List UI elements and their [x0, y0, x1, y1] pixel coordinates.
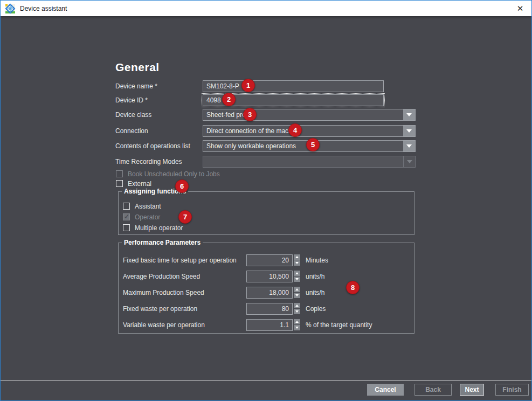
annotation-badge-2: 2 [222, 93, 236, 106]
connection-value: Direct connection of the machine [206, 126, 301, 136]
spin-down-icon[interactable] [294, 325, 300, 330]
variable-waste-input[interactable] [246, 319, 293, 331]
external-label: External [128, 180, 151, 188]
page-title: General [115, 61, 160, 74]
spin-up-icon[interactable] [294, 303, 300, 308]
operator-checkbox [123, 213, 130, 220]
chevron-down-icon[interactable] [403, 126, 415, 136]
book-unscheduled-row: Book Unscheduled Only to Jobs [116, 170, 220, 178]
fixed-waste-input[interactable] [246, 303, 293, 315]
external-checkbox[interactable] [116, 180, 123, 187]
multiple-operator-checkbox[interactable] [123, 224, 130, 231]
fixed-waste-unit: Copies [306, 305, 326, 313]
avg-speed-stepper [294, 271, 300, 282]
titlebar: Device assistant ✕ [1, 1, 531, 16]
spin-up-icon[interactable] [294, 271, 300, 276]
fixed-waste-stepper [294, 303, 300, 314]
max-speed-stepper [294, 287, 300, 298]
multiple-operator-row: Multiple operator [123, 224, 183, 232]
setup-time-unit: Minutes [306, 257, 328, 264]
annotation-badge-6: 6 [175, 179, 189, 193]
chevron-down-icon[interactable] [403, 141, 415, 151]
annotation-badge-1: 1 [241, 79, 255, 92]
annotation-badge-3: 3 [243, 108, 257, 121]
next-button[interactable]: Next [460, 384, 484, 396]
operations-list-value: Show only workable operations [206, 141, 296, 151]
back-button: Back [414, 384, 452, 396]
chevron-down-icon[interactable] [403, 109, 415, 120]
external-row: External [116, 179, 151, 188]
connection-select[interactable]: Direct connection of the machine [203, 125, 416, 137]
fixed-waste-label: Fixed waste per operation [123, 305, 197, 313]
device-class-label: Device class [115, 111, 151, 119]
max-speed-label: Maximum Production Speed [123, 289, 204, 296]
assistant-checkbox[interactable] [123, 203, 130, 210]
spin-down-icon[interactable] [294, 309, 300, 314]
max-speed-unit: units/h [306, 289, 324, 296]
spin-up-icon[interactable] [294, 319, 300, 324]
time-recording-select [203, 156, 416, 168]
app-icon [5, 3, 16, 14]
cancel-button[interactable]: Cancel [367, 384, 404, 396]
spin-down-icon[interactable] [294, 260, 300, 266]
operations-list-label: Contents of operations list [115, 142, 190, 150]
book-unscheduled-checkbox [116, 170, 123, 177]
book-unscheduled-label: Book Unscheduled Only to Jobs [128, 170, 220, 178]
avg-speed-input[interactable] [246, 271, 293, 282]
variable-waste-stepper [294, 319, 300, 330]
device-id-label: Device ID * [115, 96, 148, 104]
max-speed-input[interactable] [246, 287, 293, 299]
assistant-row: Assistant [123, 202, 161, 210]
assistant-label: Assistant [135, 203, 161, 210]
finish-button: Finish [495, 384, 529, 396]
operator-label: Operator [135, 213, 160, 221]
window-title: Device assistant [20, 5, 67, 12]
spin-down-icon[interactable] [294, 276, 300, 282]
annotation-badge-5: 5 [306, 138, 320, 151]
device-name-input[interactable] [203, 80, 384, 92]
device-assistant-window: Device assistant ✕ General Device name *… [0, 0, 532, 401]
chevron-down-icon [403, 156, 415, 167]
assigning-functions-group: Assigning functions Assistant Operator M… [118, 191, 414, 235]
spin-up-icon[interactable] [294, 287, 300, 292]
footer-separator [1, 380, 531, 381]
close-icon[interactable]: ✕ [509, 1, 531, 16]
device-class-select[interactable]: Sheet-fed press [203, 109, 416, 121]
avg-speed-unit: units/h [306, 273, 324, 280]
operator-row: Operator [123, 213, 160, 221]
time-recording-label: Time Recording Modes [115, 158, 182, 165]
multiple-operator-label: Multiple operator [135, 224, 183, 232]
variable-waste-label: Variable waste per operation [123, 321, 205, 329]
annotation-badge-8: 8 [346, 281, 360, 294]
performance-parameters-group: Performance Parameters Fixed basic time … [118, 243, 414, 334]
spin-down-icon[interactable] [294, 293, 300, 298]
annotation-badge-7: 7 [178, 210, 192, 224]
connection-label: Connection [115, 127, 148, 135]
performance-parameters-title: Performance Parameters [122, 239, 203, 246]
setup-time-stepper [294, 254, 300, 266]
annotation-badge-4: 4 [288, 123, 302, 137]
variable-waste-unit: % of the target quantity [306, 321, 372, 329]
avg-speed-label: Average Production Speed [123, 273, 200, 280]
device-name-label: Device name * [115, 82, 157, 90]
setup-time-label: Fixed basic time for setup per operation [123, 257, 237, 264]
setup-time-input[interactable] [246, 254, 293, 266]
spin-up-icon[interactable] [294, 254, 300, 260]
